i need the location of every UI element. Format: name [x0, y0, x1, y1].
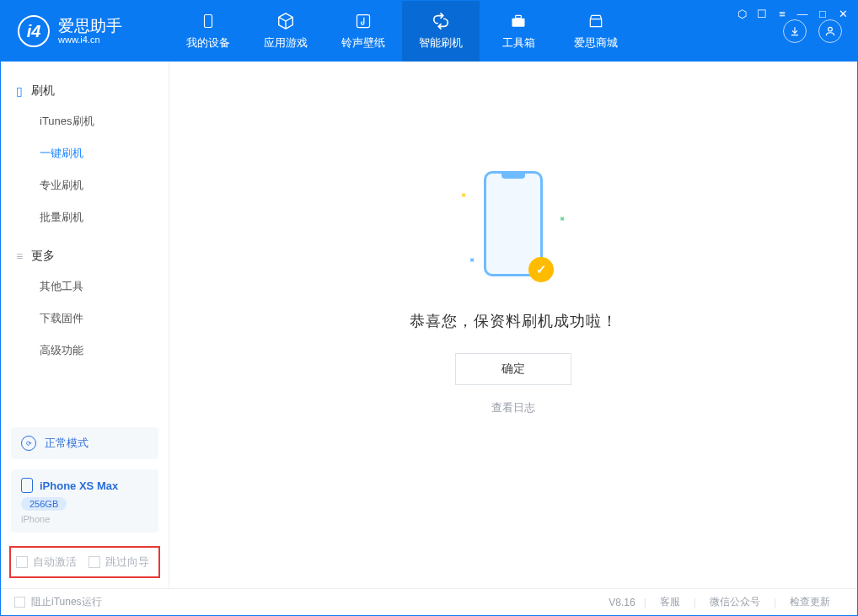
svg-rect-1: [357, 15, 370, 28]
footer: 阻止iTunes运行 V8.16 | 客服 | 微信公众号 | 检查更新: [1, 588, 857, 615]
header-tabs: 我的设备 应用游戏 铃声壁纸 智能刷机 工具箱 爱思商城: [169, 1, 635, 62]
window-controls: ⬡ ☐ ≡ ― □ ✕: [734, 6, 850, 21]
mode-icon: ⟳: [21, 436, 36, 451]
sidebar-item-download-firmware[interactable]: 下载固件: [40, 303, 153, 335]
minimize-button[interactable]: ―: [795, 6, 810, 21]
shirt-icon[interactable]: ⬡: [734, 6, 749, 21]
sidebar-item-advanced[interactable]: 高级功能: [40, 335, 153, 367]
sidebar-item-batch-flash[interactable]: 批量刷机: [40, 201, 153, 233]
sidebar-item-other-tools[interactable]: 其他工具: [40, 271, 153, 303]
tab-label: 铃声壁纸: [341, 35, 385, 51]
device-card[interactable]: iPhone XS Max 256GB iPhone: [11, 469, 158, 533]
feedback-icon[interactable]: ☐: [754, 6, 770, 21]
phone-icon: ▯: [16, 84, 23, 98]
logo-area[interactable]: i4 爱思助手 www.i4.cn: [1, 1, 169, 62]
tab-label: 爱思商城: [574, 35, 618, 51]
app-title: 爱思助手: [58, 18, 122, 35]
sparkle-icon: ✦: [555, 212, 569, 226]
tab-toolbox[interactable]: 工具箱: [480, 1, 557, 62]
download-button[interactable]: [783, 19, 807, 43]
device-icon: [199, 12, 217, 30]
toolbox-icon: [509, 12, 528, 30]
sidebar: ▯ 刷机 iTunes刷机 一键刷机 专业刷机 批量刷机 ≡ 更多 其他工具 下…: [1, 62, 169, 588]
svg-rect-3: [516, 15, 522, 18]
check-badge-icon: ✓: [528, 257, 554, 282]
mode-card[interactable]: ⟳ 正常模式: [11, 427, 158, 459]
main-content: ✦ ✦ ✦ ✓ 恭喜您，保资料刷机成功啦！ 确定 查看日志: [169, 62, 857, 588]
checkbox-block-itunes[interactable]: 阻止iTunes运行: [14, 595, 102, 609]
ok-button[interactable]: 确定: [455, 353, 571, 385]
checkbox-icon: [88, 556, 100, 568]
tab-label: 智能刷机: [419, 35, 463, 51]
menu-icon[interactable]: ≡: [775, 6, 790, 21]
sparkle-icon: ✦: [457, 189, 470, 202]
tab-label: 应用游戏: [264, 35, 308, 51]
tab-my-device[interactable]: 我的设备: [169, 1, 247, 62]
success-message: 恭喜您，保资料刷机成功啦！: [410, 311, 618, 331]
sidebar-item-onekey-flash[interactable]: 一键刷机: [40, 137, 153, 169]
mode-label: 正常模式: [45, 436, 88, 451]
device-phone-icon: [21, 478, 33, 493]
device-storage-badge: 256GB: [21, 497, 67, 511]
checkbox-auto-activate[interactable]: 自动激活: [16, 554, 77, 570]
close-button[interactable]: ✕: [835, 6, 850, 21]
checkbox-skip-guide[interactable]: 跳过向导: [88, 554, 149, 570]
sidebar-group-flash: ▯ 刷机 iTunes刷机 一键刷机 专业刷机 批量刷机: [1, 77, 169, 233]
view-log-link[interactable]: 查看日志: [491, 400, 535, 415]
tab-apps-games[interactable]: 应用游戏: [247, 1, 324, 62]
svg-rect-0: [205, 15, 212, 28]
logo-icon: i4: [18, 15, 50, 47]
list-icon: ≡: [16, 249, 23, 263]
sidebar-item-itunes-flash[interactable]: iTunes刷机: [40, 105, 153, 137]
device-type-label: iPhone: [21, 514, 148, 524]
cube-icon: [276, 12, 295, 30]
svg-point-4: [829, 27, 833, 31]
refresh-icon: [432, 12, 450, 30]
sidebar-group-title-flash[interactable]: ▯ 刷机: [16, 77, 153, 105]
tab-ringtones-wallpapers[interactable]: 铃声壁纸: [324, 1, 402, 62]
header: i4 爱思助手 www.i4.cn 我的设备 应用游戏 铃声壁纸 智能刷机 工具…: [1, 1, 857, 62]
tab-smart-flash[interactable]: 智能刷机: [402, 1, 480, 62]
music-note-icon: [354, 12, 373, 30]
footer-link-update[interactable]: 检查更新: [776, 595, 844, 609]
svg-rect-2: [512, 19, 525, 27]
highlighted-options-box: 自动激活 跳过向导: [9, 546, 160, 578]
footer-link-support[interactable]: 客服: [646, 595, 694, 609]
app-subtitle: www.i4.cn: [58, 35, 122, 45]
sidebar-group-more: ≡ 更多 其他工具 下载固件 高级功能: [1, 242, 169, 367]
store-icon: [587, 12, 605, 30]
tab-label: 工具箱: [502, 35, 535, 51]
maximize-button[interactable]: □: [815, 6, 830, 21]
tab-store[interactable]: 爱思商城: [557, 1, 635, 62]
version-label: V8.16: [609, 597, 643, 608]
sparkle-icon: ✦: [465, 254, 479, 267]
checkbox-icon: [16, 556, 28, 568]
footer-link-wechat[interactable]: 微信公众号: [696, 595, 774, 609]
device-name-label: iPhone XS Max: [40, 479, 118, 492]
user-button[interactable]: [818, 19, 842, 43]
sidebar-group-title-more[interactable]: ≡ 更多: [16, 242, 153, 271]
tab-label: 我的设备: [186, 35, 230, 51]
sidebar-item-pro-flash[interactable]: 专业刷机: [40, 169, 153, 201]
success-illustration: ✦ ✦ ✦ ✓: [463, 171, 564, 289]
body: ▯ 刷机 iTunes刷机 一键刷机 专业刷机 批量刷机 ≡ 更多 其他工具 下…: [1, 62, 857, 588]
checkbox-icon: [14, 597, 25, 608]
